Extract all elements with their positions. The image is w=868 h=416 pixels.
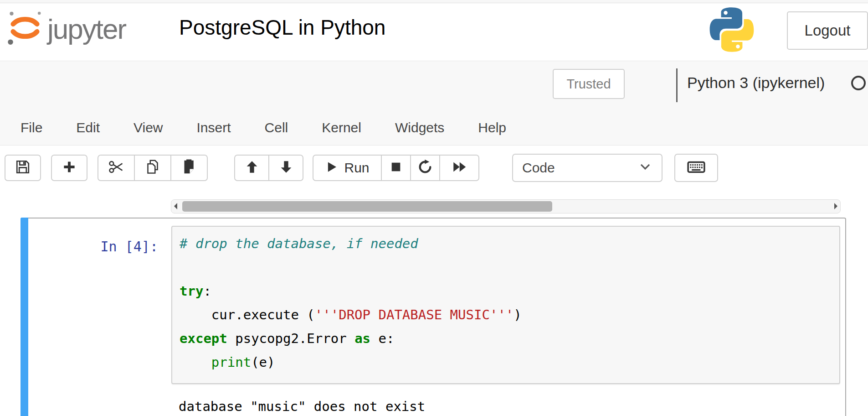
move-down-icon <box>278 159 294 177</box>
cell-type-value: Code <box>522 160 555 176</box>
code-line: cur.execute ('''DROP DATABASE MUSIC''') <box>180 303 839 327</box>
code-line: except psycopg2.Error as e: <box>180 327 839 350</box>
add-cell-button[interactable] <box>51 155 87 181</box>
header: jupyter PostgreSQL in Python Logout <box>0 3 868 61</box>
move-cell-up-button[interactable] <box>234 155 269 181</box>
page-top-strip <box>0 0 868 3</box>
cell-output-text: database "music" does not exist <box>179 396 425 416</box>
scroll-right-icon[interactable] <box>834 203 837 209</box>
menu-cell[interactable]: Cell <box>248 118 305 138</box>
kernel-idle-icon <box>851 76 866 90</box>
kernel-separator <box>676 68 678 102</box>
code-line: try: <box>180 279 839 303</box>
move-cell-down-button[interactable] <box>268 155 303 181</box>
menubar: File Edit View Insert Cell Kernel Widget… <box>4 118 523 138</box>
interrupt-kernel-button[interactable] <box>381 155 411 181</box>
run-button-label: Run <box>344 160 369 176</box>
restart-kernel-icon <box>417 159 433 177</box>
copy-icon <box>144 159 161 177</box>
insert-group <box>51 155 87 181</box>
jupyter-notebook-app: jupyter PostgreSQL in Python Logout Trus… <box>0 0 868 416</box>
menu-insert[interactable]: Insert <box>180 118 248 138</box>
run-button[interactable]: Run <box>313 155 382 181</box>
run-group: Run <box>313 155 479 181</box>
restart-run-all-icon <box>451 159 467 177</box>
restart-kernel-button[interactable] <box>410 155 440 181</box>
toolbar: Run <box>0 146 868 197</box>
code-line <box>180 255 839 279</box>
kernel-name: Python 3 (ipykernel) <box>687 74 825 92</box>
move-up-icon <box>244 159 260 177</box>
menu-widgets[interactable]: Widgets <box>378 118 461 138</box>
restart-run-all-button[interactable] <box>439 155 479 181</box>
save-button[interactable] <box>5 155 41 181</box>
code-cell[interactable]: In [4]: # drop the database, if needed t… <box>21 218 846 416</box>
horizontal-scrollbar[interactable] <box>171 199 841 213</box>
save-icon <box>15 159 31 177</box>
h-scrollbar-thumb[interactable] <box>182 201 552 212</box>
save-group <box>5 155 41 181</box>
scroll-left-icon[interactable] <box>174 203 177 209</box>
selected-cell-indicator <box>21 218 28 416</box>
copy-button[interactable] <box>134 155 171 181</box>
stop-icon <box>389 160 403 176</box>
trusted-badge[interactable]: Trusted <box>553 69 625 99</box>
chevron-down-icon <box>637 158 653 178</box>
move-group <box>234 155 303 181</box>
notebook-title[interactable]: PostgreSQL in Python <box>179 15 385 40</box>
clipboard-group <box>98 155 208 181</box>
run-icon <box>325 160 339 176</box>
palette-group <box>674 155 718 182</box>
add-cell-icon <box>62 159 77 177</box>
menu-help[interactable]: Help <box>461 118 523 138</box>
jupyter-orbit-icon <box>6 8 44 50</box>
logout-button[interactable]: Logout <box>787 11 868 50</box>
paste-button[interactable] <box>170 155 208 181</box>
python-logo-icon <box>709 7 755 54</box>
menu-file[interactable]: File <box>4 118 59 138</box>
code-line: print(e) <box>180 350 839 374</box>
paste-icon <box>181 159 197 177</box>
cut-button[interactable] <box>98 155 135 181</box>
input-prompt: In [4]: <box>67 239 158 255</box>
cut-icon <box>108 158 125 177</box>
navbar: Trusted Python 3 (ipykernel) File Edit V… <box>0 61 868 146</box>
cell-type-dropdown[interactable]: Code <box>512 154 663 182</box>
code-line: # drop the database, if needed <box>180 232 839 255</box>
command-palette-button[interactable] <box>674 154 718 182</box>
menu-kernel[interactable]: Kernel <box>305 118 378 138</box>
jupyter-logo-text: jupyter <box>47 13 126 45</box>
keyboard-icon <box>687 157 706 178</box>
code-editor[interactable]: # drop the database, if needed try: cur.… <box>171 226 840 384</box>
jupyter-logo[interactable]: jupyter <box>6 8 126 50</box>
menu-edit[interactable]: Edit <box>59 118 117 138</box>
menu-view[interactable]: View <box>117 118 180 138</box>
